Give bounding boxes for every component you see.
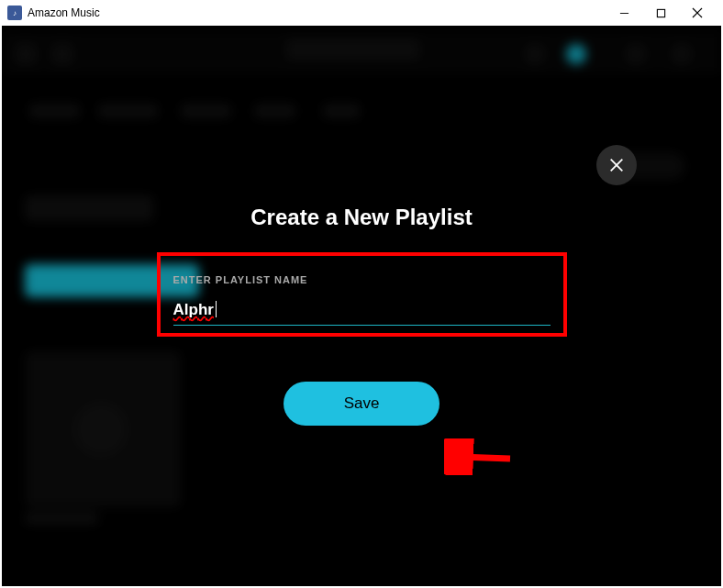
modal-title: Create a New Playlist: [132, 205, 591, 230]
playlist-name-label: ENTER PLAYLIST NAME: [173, 274, 551, 285]
window-titlebar: ♪ Amazon Music: [0, 0, 723, 26]
app-icon: ♪: [7, 6, 22, 20]
window-title: Amazon Music: [28, 6, 100, 19]
svg-rect-1: [657, 9, 664, 17]
save-button[interactable]: Save: [284, 382, 439, 426]
window-minimize-button[interactable]: [606, 0, 642, 26]
playlist-name-input[interactable]: Alphr: [173, 298, 551, 326]
playlist-name-field-wrapper: ENTER PLAYLIST NAME Alphr: [162, 258, 562, 331]
close-icon: [608, 157, 625, 173]
window-close-button[interactable]: [679, 0, 716, 26]
playlist-name-input-value: Alphr: [173, 301, 214, 318]
text-caret: [216, 301, 217, 317]
save-button-label: Save: [344, 394, 380, 413]
window-maximize-button[interactable]: [642, 0, 679, 26]
create-playlist-modal: Create a New Playlist ENTER PLAYLIST NAM…: [2, 26, 721, 586]
app-body: Create a New Playlist ENTER PLAYLIST NAM…: [2, 26, 721, 586]
modal-close-button[interactable]: [596, 145, 637, 185]
